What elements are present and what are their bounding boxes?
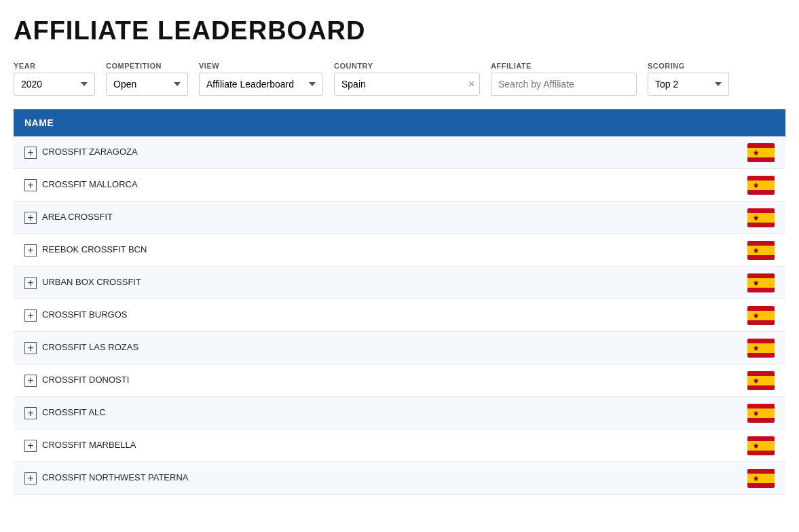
expand-button[interactable]: + (24, 309, 37, 322)
scoring-label: SCORING (648, 62, 729, 70)
scoring-select[interactable]: Top 1 Top 2 Top 3 Top 5 (648, 73, 729, 96)
table-row: + CROSSFIT NORTHWEST PATERNA ⚜ (14, 462, 785, 495)
table-body: + CROSSFIT ZARAGOZA ⚜ + CROSSFIT MALLORC… (14, 136, 785, 495)
expand-button[interactable]: + (24, 212, 37, 224)
row-left: + CROSSFIT MARBELLA (24, 440, 136, 452)
row-left: + CROSSFIT LAS ROZAS (24, 342, 138, 354)
table-row: + CROSSFIT MALLORCA ⚜ (14, 169, 785, 202)
expand-button[interactable]: + (24, 244, 37, 256)
affiliate-input-wrap (491, 73, 637, 96)
spain-flag: ⚜ (747, 143, 775, 162)
spain-flag: ⚜ (747, 371, 775, 390)
row-left: + CROSSFIT MALLORCA (24, 179, 138, 191)
competition-label: COMPETITION (106, 62, 188, 70)
expand-button[interactable]: + (24, 342, 37, 354)
expand-button[interactable]: + (24, 147, 37, 159)
affiliate-name: CROSSFIT MARBELLA (42, 440, 136, 451)
table-header: NAME (14, 109, 785, 136)
country-input-wrap: × (334, 73, 480, 96)
spain-flag: ⚜ (747, 436, 775, 455)
table-row: + CROSSFIT ZARAGOZA ⚜ (14, 136, 785, 169)
table-row: + URBAN BOX CROSSFIT ⚜ (14, 267, 785, 299)
expand-button[interactable]: + (24, 407, 37, 419)
page-container: AFFILIATE LEADERBOARD YEAR 2018 2019 202… (0, 0, 799, 511)
table-row: + CROSSFIT DONOSTI ⚜ (14, 364, 785, 397)
affiliate-name: CROSSFIT NORTHWEST PATERNA (42, 472, 188, 484)
affiliate-name: CROSSFIT BURGOS (42, 309, 127, 321)
table-row: + AREA CROSSFIT ⚜ (14, 202, 785, 234)
scoring-filter-group: SCORING Top 1 Top 2 Top 3 Top 5 (648, 62, 729, 96)
expand-button[interactable]: + (24, 472, 37, 484)
affiliate-name: REEBOK CROSSFIT BCN (42, 244, 147, 256)
spain-flag: ⚜ (747, 404, 775, 423)
affiliate-name: CROSSFIT ZARAGOZA (42, 147, 138, 158)
year-select[interactable]: 2018 2019 2020 2021 2022 (14, 73, 95, 96)
year-filter-group: YEAR 2018 2019 2020 2021 2022 (14, 62, 95, 96)
competition-select[interactable]: Open Quarterfinals Semifinals Games (106, 73, 188, 96)
view-filter-group: VIEW Affiliate Leaderboard Individual Le… (199, 62, 323, 96)
country-label: COUNTRY (334, 62, 480, 70)
affiliate-filter-group: AFFILIATE (491, 62, 637, 96)
year-label: YEAR (14, 62, 95, 70)
table-row: + CROSSFIT ALC ⚜ (14, 397, 785, 430)
table-row: + REEBOK CROSSFIT BCN ⚜ (14, 234, 785, 267)
expand-button[interactable]: + (24, 440, 37, 452)
affiliate-name: CROSSFIT ALC (42, 407, 106, 419)
row-left: + CROSSFIT ZARAGOZA (24, 147, 138, 159)
row-left: + CROSSFIT DONOSTI (24, 375, 129, 387)
row-left: + URBAN BOX CROSSFIT (24, 277, 141, 289)
affiliate-name: AREA CROSSFIT (42, 212, 113, 223)
row-left: + AREA CROSSFIT (24, 212, 113, 224)
competition-filter-group: COMPETITION Open Quarterfinals Semifinal… (106, 62, 188, 96)
spain-flag: ⚜ (747, 176, 775, 195)
row-left: + CROSSFIT NORTHWEST PATERNA (24, 472, 188, 484)
leaderboard-table: NAME + CROSSFIT ZARAGOZA ⚜ + CROSSFIT MA… (14, 109, 785, 495)
country-input[interactable] (334, 73, 480, 96)
row-left: + CROSSFIT BURGOS (24, 309, 127, 322)
spain-flag: ⚜ (747, 241, 775, 260)
filters-bar: YEAR 2018 2019 2020 2021 2022 COMPETITIO… (14, 62, 785, 96)
expand-button[interactable]: + (24, 277, 37, 289)
spain-flag: ⚜ (747, 306, 775, 325)
page-title: AFFILIATE LEADERBOARD (14, 16, 785, 45)
country-clear-button[interactable]: × (468, 79, 475, 90)
affiliate-name: CROSSFIT LAS ROZAS (42, 342, 138, 354)
expand-button[interactable]: + (24, 375, 37, 387)
spain-flag: ⚜ (747, 208, 775, 227)
spain-flag: ⚜ (747, 273, 775, 292)
country-filter-group: COUNTRY × (334, 62, 480, 96)
row-left: + REEBOK CROSSFIT BCN (24, 244, 147, 256)
affiliate-search-input[interactable] (491, 73, 637, 96)
expand-button[interactable]: + (24, 179, 37, 191)
spain-flag: ⚜ (747, 339, 775, 358)
affiliate-label: AFFILIATE (491, 62, 637, 70)
table-row: + CROSSFIT MARBELLA ⚜ (14, 430, 785, 462)
view-select[interactable]: Affiliate Leaderboard Individual Leaderb… (199, 73, 323, 96)
affiliate-name: URBAN BOX CROSSFIT (42, 277, 141, 288)
table-row: + CROSSFIT LAS ROZAS ⚜ (14, 332, 785, 364)
affiliate-name: CROSSFIT MALLORCA (42, 179, 138, 191)
table-row: + CROSSFIT BURGOS ⚜ (14, 299, 785, 332)
row-left: + CROSSFIT ALC (24, 407, 106, 419)
affiliate-name: CROSSFIT DONOSTI (42, 375, 129, 386)
view-label: VIEW (199, 62, 323, 70)
spain-flag: ⚜ (747, 469, 775, 488)
